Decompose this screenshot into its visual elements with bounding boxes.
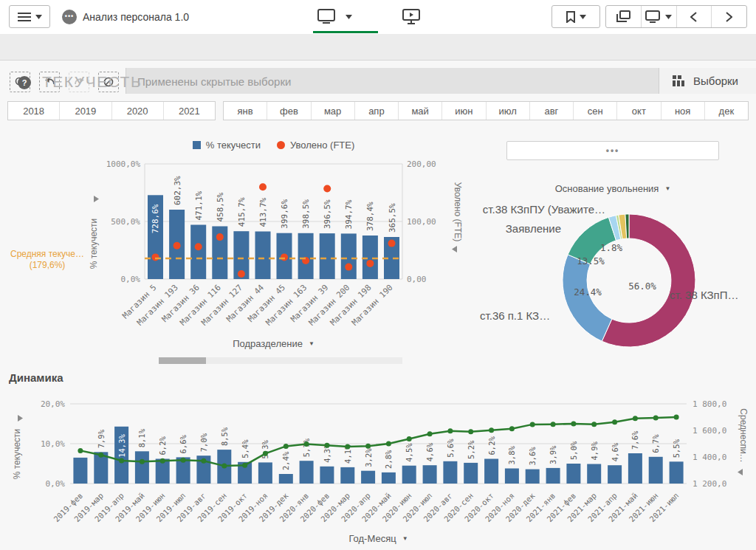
bar[interactable] bbox=[608, 465, 622, 484]
bar[interactable] bbox=[443, 461, 457, 484]
line-dot[interactable] bbox=[447, 428, 453, 433]
line-dot[interactable] bbox=[468, 429, 473, 434]
bar[interactable] bbox=[566, 464, 580, 484]
fte-dot[interactable] bbox=[195, 243, 202, 250]
next-sheet-button[interactable] bbox=[712, 6, 746, 27]
bar[interactable] bbox=[464, 463, 478, 484]
bar[interactable] bbox=[298, 233, 314, 279]
sheet-selector-button[interactable] bbox=[317, 9, 352, 24]
bar[interactable] bbox=[135, 451, 149, 484]
month-filter-item[interactable]: янв bbox=[224, 102, 267, 120]
fte-dot[interactable] bbox=[216, 233, 224, 241]
line-dot[interactable] bbox=[653, 416, 659, 421]
bar[interactable] bbox=[320, 233, 335, 279]
scrollbar-thumb[interactable] bbox=[159, 357, 206, 364]
help-icon[interactable]: ? bbox=[18, 76, 31, 89]
bar[interactable] bbox=[546, 468, 560, 484]
fte-dot[interactable] bbox=[388, 240, 396, 247]
bar[interactable] bbox=[255, 232, 271, 280]
line-dot[interactable] bbox=[489, 427, 494, 433]
selections-tool-button[interactable]: Выборки bbox=[659, 68, 756, 94]
month-filter-item[interactable]: авг bbox=[530, 102, 574, 120]
duplicate-sheet-button[interactable] bbox=[606, 6, 642, 27]
line-dot[interactable] bbox=[509, 426, 515, 431]
year-filter-item[interactable]: 2019 bbox=[60, 102, 111, 120]
line-dot[interactable] bbox=[571, 422, 576, 427]
bar[interactable] bbox=[402, 466, 416, 484]
line-dot[interactable] bbox=[345, 444, 350, 450]
bar[interactable] bbox=[300, 461, 314, 484]
bar[interactable] bbox=[587, 464, 601, 484]
month-filter-item[interactable]: июл bbox=[487, 102, 530, 120]
fte-dot[interactable] bbox=[259, 183, 267, 190]
bar[interactable] bbox=[279, 474, 293, 484]
chart-scrollbar[interactable] bbox=[159, 357, 402, 364]
collapse-left-icon[interactable] bbox=[738, 469, 743, 475]
previous-sheet-button[interactable] bbox=[677, 6, 712, 27]
bar[interactable] bbox=[320, 467, 334, 484]
bar[interactable] bbox=[382, 472, 396, 484]
line-dot[interactable] bbox=[633, 416, 638, 421]
bar[interactable] bbox=[484, 459, 498, 484]
month-filter-item[interactable]: мар bbox=[312, 102, 355, 120]
donut-slice[interactable] bbox=[563, 255, 612, 341]
expand-right-icon[interactable] bbox=[18, 415, 23, 422]
month-filter-item[interactable]: окт bbox=[617, 102, 661, 120]
line-dot[interactable] bbox=[78, 448, 83, 453]
bar[interactable] bbox=[526, 470, 540, 484]
bar[interactable] bbox=[670, 461, 684, 484]
line-dot[interactable] bbox=[365, 444, 371, 449]
sheet-view-button[interactable] bbox=[642, 6, 677, 27]
collapse-left-icon[interactable] bbox=[452, 246, 457, 252]
expand-right-icon[interactable] bbox=[94, 196, 99, 202]
month-filter-item[interactable]: сен bbox=[574, 102, 617, 120]
year-filter-item[interactable]: 2021 bbox=[164, 102, 215, 120]
line-dot[interactable] bbox=[119, 458, 124, 464]
fte-dot[interactable] bbox=[323, 185, 331, 193]
line-dot[interactable] bbox=[674, 415, 679, 420]
line-dot[interactable] bbox=[284, 444, 289, 449]
bar[interactable] bbox=[628, 453, 642, 484]
fte-dot[interactable] bbox=[238, 270, 245, 278]
line-dot[interactable] bbox=[201, 458, 206, 464]
fte-dot[interactable] bbox=[173, 242, 181, 250]
fte-dot[interactable] bbox=[281, 253, 288, 261]
dimension-dropdown[interactable]: Подразделение ▼ bbox=[145, 338, 402, 349]
line-dot[interactable] bbox=[304, 441, 309, 447]
month-filter-item[interactable]: фев bbox=[267, 102, 311, 120]
line-dot[interactable] bbox=[530, 422, 535, 427]
bar[interactable] bbox=[361, 471, 375, 484]
month-filter-item[interactable]: июн bbox=[442, 102, 486, 120]
line-dot[interactable] bbox=[181, 458, 186, 463]
line-dot[interactable] bbox=[427, 431, 433, 436]
line-dot[interactable] bbox=[140, 459, 145, 464]
presentation-mode-button[interactable] bbox=[402, 9, 420, 27]
fte-dot[interactable] bbox=[345, 264, 352, 271]
fte-dot[interactable] bbox=[152, 253, 159, 261]
line-dot[interactable] bbox=[407, 436, 412, 441]
bar[interactable] bbox=[73, 458, 87, 484]
line-dot[interactable] bbox=[242, 463, 247, 468]
month-filter-item[interactable]: апр bbox=[355, 102, 399, 120]
month-filter-item[interactable]: май bbox=[399, 102, 442, 120]
bar[interactable] bbox=[341, 233, 357, 279]
bookmarks-button[interactable] bbox=[551, 5, 600, 28]
line-dot[interactable] bbox=[263, 451, 268, 456]
month-filter-item[interactable]: ноя bbox=[662, 102, 705, 120]
year-filter-item[interactable]: 2020 bbox=[112, 102, 164, 120]
line-dot[interactable] bbox=[221, 464, 227, 469]
line-dot[interactable] bbox=[386, 441, 391, 447]
donut-dimension-dropdown[interactable]: Основание увольнения ▼ bbox=[517, 183, 709, 194]
collapsed-filter-box[interactable]: ••• bbox=[506, 141, 719, 160]
line-dot[interactable] bbox=[98, 453, 103, 458]
year-filter-item[interactable]: 2018 bbox=[8, 102, 60, 120]
bar[interactable] bbox=[190, 225, 206, 280]
line-dot[interactable] bbox=[612, 419, 617, 424]
bar[interactable] bbox=[649, 457, 663, 484]
fte-dot[interactable] bbox=[366, 260, 374, 267]
bar[interactable] bbox=[258, 462, 272, 484]
line-dot[interactable] bbox=[324, 443, 329, 448]
bar[interactable] bbox=[423, 465, 437, 484]
line-dot[interactable] bbox=[160, 458, 165, 464]
line-dot[interactable] bbox=[591, 422, 597, 427]
